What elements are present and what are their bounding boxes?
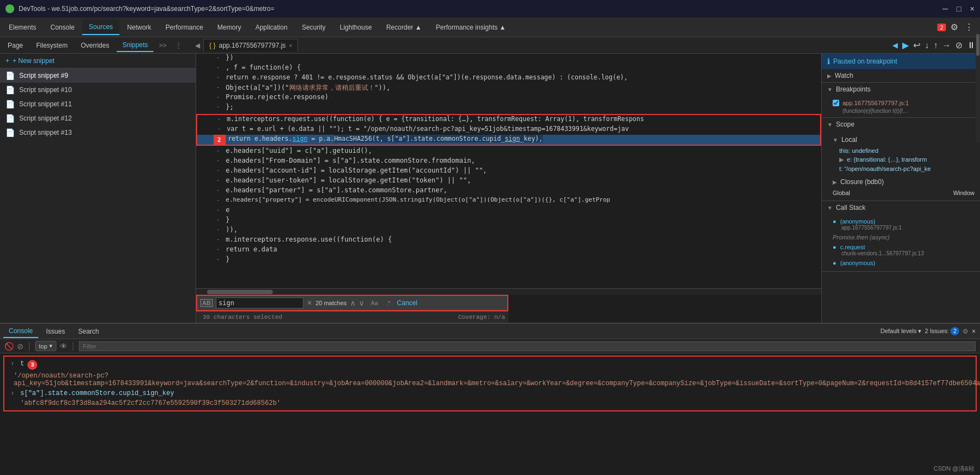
scope-e-arrow[interactable]: ▶	[839, 156, 844, 163]
filter-toggle-button[interactable]: ⊘	[17, 342, 24, 351]
step-button[interactable]: →	[942, 41, 951, 50]
tab-sources[interactable]: Sources	[82, 20, 119, 35]
subtab-snippets[interactable]: Snippets	[117, 39, 153, 52]
subtab-filesystem[interactable]: Filesystem	[31, 39, 73, 51]
tab-application[interactable]: Application	[249, 20, 294, 35]
search-cancel-button[interactable]: Cancel	[397, 299, 417, 307]
minimize-button[interactable]: ─	[942, 4, 948, 13]
scope-e: ▶ e: {transitional: {…}, transform	[833, 155, 975, 164]
right-panel-content[interactable]: ▶ Watch ▼ Breakpoints app.1677556797797.…	[822, 69, 980, 323]
match-case-button[interactable]: Aa	[368, 299, 381, 307]
local-title[interactable]: ▼ Local	[833, 133, 975, 146]
call-stack-title[interactable]: ▼ Call Stack	[822, 201, 980, 214]
right-panel-scrollbar[interactable]	[976, 54, 980, 142]
bottom-tab-console[interactable]: Console	[3, 325, 38, 338]
breakpoints-title[interactable]: ▼ Breakpoints	[822, 83, 980, 96]
tab-network[interactable]: Network	[121, 20, 158, 35]
sidebar-label-13: Script snippet #13	[19, 129, 72, 136]
bottom-tab-search[interactable]: Search	[73, 325, 105, 337]
sidebar-item-snippet11[interactable]: 📄 Script snippet #11	[0, 97, 196, 111]
console-settings-icon[interactable]: ⚙	[962, 328, 968, 335]
tab-recorder[interactable]: Recorder ▲	[380, 20, 428, 35]
call-stack-item-3[interactable]: ● (anonymous)	[833, 258, 975, 268]
code-line-16: - e	[196, 206, 821, 216]
sidebar-item-snippet13[interactable]: 📄 Script snippet #13	[0, 125, 196, 140]
deactivate-breakpoints[interactable]: ⊘	[955, 40, 962, 50]
sidebar-label-10: Script snippet #10	[19, 86, 72, 94]
file-tab-nav-left[interactable]: ◀	[192, 42, 203, 49]
scope-title[interactable]: ▼ Scope	[822, 118, 980, 131]
sidebar-item-snippet12[interactable]: 📄 Script snippet #12	[0, 111, 196, 125]
search-bar: AB ✕ 20 matches ∧ ∨ Aa .* Cancel	[196, 295, 508, 311]
close-button[interactable]: ×	[970, 4, 975, 13]
default-levels-button[interactable]: Default levels ▾	[880, 328, 921, 335]
window-controls[interactable]: ─ □ ×	[942, 4, 975, 13]
bp-checkbox-1[interactable]	[833, 100, 839, 106]
breakpoints-content: app.1677556797797.js:1 (function(e){func…	[822, 96, 980, 117]
resume-button[interactable]: ▶	[902, 40, 909, 50]
console-line-hash: 'abfc8f9dcf8c3f3d8aa294ac5f2cf2cc7767e55…	[7, 398, 973, 408]
tab-performance[interactable]: Performance	[159, 20, 210, 35]
stack-dot-2: ●	[833, 244, 836, 250]
context-selector[interactable]: top ▾	[35, 341, 56, 351]
stack-func-2: c.request	[840, 244, 865, 250]
new-snippet-button[interactable]: + + New snippet	[0, 54, 196, 68]
tab-console[interactable]: Console	[44, 20, 81, 35]
snippet-icon-12: 📄	[5, 114, 15, 123]
close-console-button[interactable]: ×	[972, 328, 976, 335]
code-line-19: - m.interceptors.response.use((function(…	[196, 236, 821, 245]
notification-badge: 2	[937, 24, 946, 31]
step-into-button[interactable]: ↓	[925, 41, 929, 50]
stack-func-0: (anonymous)	[840, 218, 875, 225]
sub-tabs-menu[interactable]: ⋮	[172, 39, 185, 51]
search-clear-button[interactable]: ✕	[307, 299, 312, 307]
issues-count-label: 2 Issues: 2	[925, 327, 959, 335]
call-stack-item-0[interactable]: ● (anonymous) app.1677556797797.js:1	[833, 216, 975, 232]
code-line-9-highlighted: 2 return e.headers.sign = p.a.HmacSHA256…	[197, 135, 820, 145]
tab-lighthouse[interactable]: Lighthouse	[333, 20, 379, 35]
sub-tabs-more[interactable]: >>	[156, 39, 170, 51]
console-output-wrapper[interactable]: › t 3 '/open/noauth/search-pc?api_key=51…	[0, 353, 980, 443]
horizontal-scrollbar[interactable]	[196, 288, 821, 295]
collapse-button[interactable]: ◀	[892, 41, 898, 49]
file-tab-app[interactable]: { } app.1677556797797.js ×	[203, 39, 298, 51]
subtab-page[interactable]: Page	[2, 39, 28, 51]
toolbar-separator	[29, 342, 30, 351]
eye-button[interactable]: 👁	[60, 342, 67, 351]
file-tab-close[interactable]: ×	[289, 43, 293, 49]
search-next-button[interactable]: ∨	[359, 299, 364, 307]
file-icon: { }	[209, 42, 215, 49]
code-editor[interactable]: - }) - , f = function(e) { - return e.re…	[196, 54, 821, 288]
sidebar-item-snippet10[interactable]: 📄 Script snippet #10	[0, 83, 196, 97]
search-prev-button[interactable]: ∧	[350, 299, 356, 307]
sidebar-item-snippet9[interactable]: 📄 Script snippet #9	[0, 68, 196, 83]
console-filter-input[interactable]	[79, 341, 976, 351]
settings-button[interactable]: ⚙	[948, 21, 960, 33]
scrollbar-thumb[interactable]	[207, 290, 273, 294]
closure-title[interactable]: ▶ Closure (bdb0)	[833, 175, 975, 188]
pause-on-exceptions[interactable]: ⏸	[967, 41, 976, 50]
snippet-icon-11: 📄	[5, 100, 15, 108]
code-line-4: - Object(a["a"])("网络请求异常，请稍后重试！")),	[196, 83, 821, 93]
more-button[interactable]: ⋮	[962, 21, 976, 33]
subtab-overrides[interactable]: Overrides	[75, 39, 114, 51]
bottom-tab-issues[interactable]: Issues	[41, 325, 71, 337]
search-status-bar: 39 characters selected Coverage: n/a	[196, 311, 508, 323]
devtools-icon	[5, 4, 14, 13]
tab-memory[interactable]: Memory	[211, 20, 248, 35]
step-over-button[interactable]: ↩	[913, 40, 920, 50]
maximize-button[interactable]: □	[956, 4, 961, 13]
call-stack-item-2[interactable]: ● c.request chunk-vendors.1...56797797.j…	[833, 242, 975, 258]
sub-tabs: Page Filesystem Overrides Snippets >> ⋮ …	[0, 37, 980, 54]
breakpoint-item-1: app.1677556797797.js:1	[833, 98, 975, 108]
bp-code-1: (function(e){function t(t){f...	[843, 108, 975, 114]
tab-performance-insights[interactable]: Performance insights ▲	[429, 20, 513, 35]
tab-security[interactable]: Security	[295, 20, 332, 35]
tab-elements[interactable]: Elements	[2, 20, 43, 35]
step-out-button[interactable]: ↑	[933, 41, 938, 50]
clear-console-button[interactable]: 🚫	[4, 342, 14, 351]
regex-button[interactable]: .*	[383, 299, 393, 307]
watch-title[interactable]: ▶ Watch	[822, 69, 980, 82]
sidebar: + + New snippet 📄 Script snippet #9 📄 Sc…	[0, 54, 196, 323]
search-input[interactable]	[216, 297, 303, 308]
